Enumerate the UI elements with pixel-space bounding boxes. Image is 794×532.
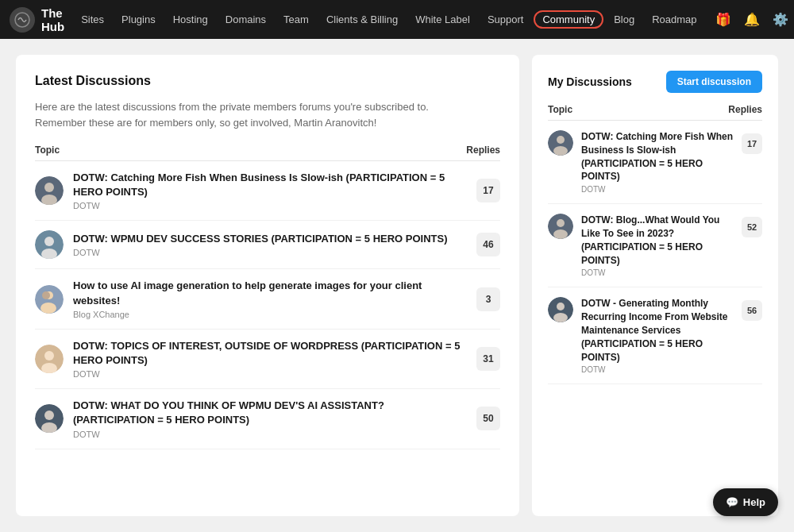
svg-point-27	[557, 303, 565, 310]
brand-name: The Hub	[41, 6, 64, 33]
reply-count: 17	[476, 179, 500, 202]
discussion-title: DOTW: WHAT DO YOU THINK OF WPMU DEV'S AI…	[73, 399, 467, 427]
discussion-title: DOTW: TOPICS OF INTEREST, OUTSIDE OF WOR…	[73, 339, 467, 368]
help-button[interactable]: 💬 Help	[713, 488, 778, 516]
discussion-info: DOTW: WHAT DO YOU THINK OF WPMU DEV'S AI…	[73, 399, 467, 438]
right-panel-header: My Discussions Start discussion	[548, 71, 762, 93]
discussion-item[interactable]: DOTW: WHAT DO YOU THINK OF WPMU DEV'S AI…	[35, 389, 500, 449]
right-reply-count: 52	[742, 217, 762, 237]
nav-blog[interactable]: Blog	[607, 10, 642, 29]
svg-point-28	[553, 313, 568, 322]
right-discussion-category: DOTW	[581, 268, 734, 277]
navbar: The Hub Sites Plugins Hosting Domains Te…	[0, 0, 794, 39]
right-reply-count: 56	[742, 300, 762, 321]
gift-icon[interactable]: 🎁	[711, 7, 736, 33]
gear-icon[interactable]: ⚙️	[768, 7, 793, 33]
nav-white-label[interactable]: White Label	[408, 10, 477, 29]
svg-point-25	[553, 229, 568, 239]
discussion-item[interactable]: How to use AI image generation to help g…	[35, 269, 500, 329]
right-discussion-category: DOTW	[581, 365, 734, 374]
right-reply-count: 17	[742, 133, 762, 154]
discussion-title: How to use AI image generation to help g…	[73, 279, 467, 307]
right-discussion-category: DOTW	[581, 185, 734, 194]
right-discussion-title: DOTW - Generating Monthly Recurring Inco…	[581, 297, 734, 364]
nav-roadmap[interactable]: Roadmap	[645, 10, 703, 29]
svg-point-8	[44, 237, 54, 246]
discussion-title: DOTW: Catching More Fish When Business I…	[73, 171, 467, 199]
discussion-info: How to use AI image generation to help g…	[73, 279, 467, 318]
svg-point-5	[44, 183, 54, 192]
nav-hosting[interactable]: Hosting	[166, 10, 215, 29]
avatar	[35, 230, 64, 259]
reply-count: 50	[476, 407, 500, 430]
discussion-category: DOTW	[73, 369, 467, 379]
discussion-title: DOTW: WPMU DEV SUCCESS STORIES (PARTICIP…	[73, 232, 467, 246]
right-discussion-item[interactable]: DOTW - Generating Monthly Recurring Inco…	[548, 287, 762, 384]
main-content: Latest Discussions Here are the latest d…	[0, 39, 794, 532]
right-discussion-info: DOTW: Blog...What Would You Like To See …	[581, 214, 734, 277]
svg-point-12	[42, 291, 50, 299]
discussion-item[interactable]: DOTW: TOPICS OF INTEREST, OUTSIDE OF WOR…	[35, 330, 500, 389]
right-header-replies: Replies	[728, 104, 762, 115]
avatar	[548, 130, 573, 156]
avatar	[35, 345, 64, 373]
help-label: Help	[743, 496, 765, 508]
right-discussion-item[interactable]: DOTW: Blog...What Would You Like To See …	[548, 204, 762, 287]
nav-domains[interactable]: Domains	[218, 10, 273, 29]
avatar	[35, 285, 64, 314]
right-header-topic: Topic	[548, 104, 572, 115]
help-chat-icon: 💬	[726, 496, 738, 508]
discussion-category: DOTW	[73, 430, 467, 439]
left-table-header: Topic Replies	[35, 145, 500, 161]
discussion-category: DOTW	[73, 201, 467, 210]
left-panel-title: Latest Discussions	[35, 74, 500, 88]
discussion-info: DOTW: Catching More Fish When Business I…	[73, 171, 467, 210]
reply-count: 46	[476, 233, 500, 256]
svg-point-13	[40, 303, 56, 314]
left-header-replies: Replies	[466, 145, 500, 156]
right-discussion-info: DOTW - Generating Monthly Recurring Inco…	[581, 297, 734, 374]
discussion-category: DOTW	[73, 248, 467, 257]
right-table-header: Topic Replies	[548, 104, 762, 121]
right-panel-title: My Discussions	[548, 75, 632, 88]
avatar	[548, 297, 573, 322]
start-discussion-button[interactable]: Start discussion	[666, 71, 762, 93]
svg-point-22	[553, 146, 568, 156]
bell-icon[interactable]: 🔔	[739, 7, 765, 33]
avatar	[548, 214, 573, 239]
discussion-item[interactable]: DOTW: Catching More Fish When Business I…	[35, 161, 500, 221]
logo[interactable]: The Hub	[10, 6, 64, 33]
svg-point-15	[44, 351, 54, 360]
right-discussion-title: DOTW: Catching More Fish When Business I…	[581, 130, 734, 183]
reply-count: 3	[476, 287, 500, 311]
discussion-category: Blog XChange	[73, 310, 467, 319]
left-panel-subtitle: Here are the latest discussions from the…	[35, 99, 500, 130]
avatar	[35, 404, 64, 433]
svg-point-24	[557, 219, 565, 227]
right-panel: My Discussions Start discussion Topic Re…	[532, 55, 778, 516]
avatar	[35, 176, 64, 205]
nav-support[interactable]: Support	[480, 10, 531, 29]
nav-sites[interactable]: Sites	[74, 10, 111, 29]
svg-point-21	[557, 136, 565, 144]
nav-team[interactable]: Team	[276, 10, 316, 29]
nav-community[interactable]: Community	[534, 10, 603, 29]
right-discussion-title: DOTW: Blog...What Would You Like To See …	[581, 214, 734, 267]
reply-count: 31	[476, 347, 500, 371]
discussion-info: DOTW: WPMU DEV SUCCESS STORIES (PARTICIP…	[73, 232, 467, 257]
left-panel: Latest Discussions Here are the latest d…	[16, 55, 519, 516]
logo-icon	[10, 7, 35, 33]
discussion-info: DOTW: TOPICS OF INTEREST, OUTSIDE OF WOR…	[73, 339, 467, 379]
nav-clients-billing[interactable]: Clients & Billing	[319, 10, 405, 29]
svg-point-18	[44, 411, 54, 420]
right-discussion-item[interactable]: DOTW: Catching More Fish When Business I…	[548, 121, 762, 204]
nav-plugins[interactable]: Plugins	[114, 10, 163, 29]
discussion-item[interactable]: DOTW: WPMU DEV SUCCESS STORIES (PARTICIP…	[35, 221, 500, 269]
left-header-topic: Topic	[35, 145, 60, 156]
right-discussion-info: DOTW: Catching More Fish When Business I…	[581, 130, 734, 194]
